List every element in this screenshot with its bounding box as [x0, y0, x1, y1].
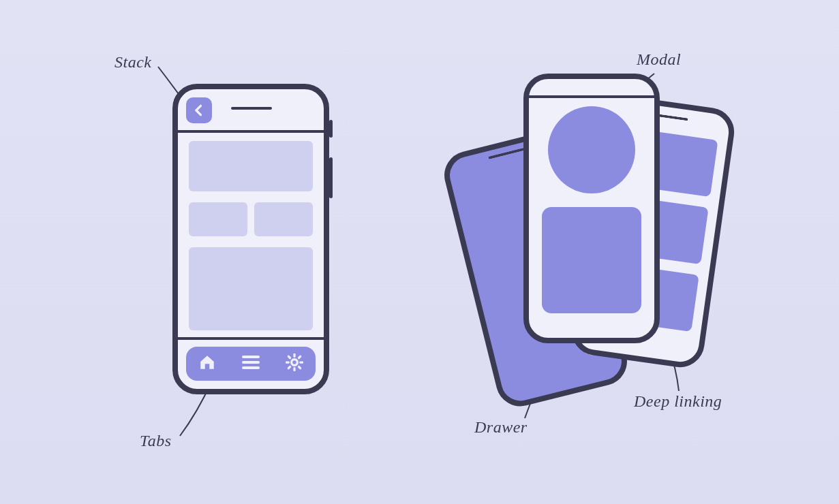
phone-modal: [523, 74, 660, 343]
tab-settings[interactable]: [286, 353, 303, 374]
tab-bar-area: [178, 337, 324, 389]
gear-icon: [286, 353, 303, 371]
modal-square-shape: [542, 207, 641, 313]
back-button[interactable]: [186, 97, 212, 123]
status-bar: [529, 79, 654, 98]
content-block: [189, 247, 313, 330]
menu-icon: [241, 355, 260, 370]
label-modal: Modal: [637, 50, 681, 69]
svg-rect-2: [242, 366, 260, 369]
svg-rect-0: [242, 356, 260, 358]
tab-home[interactable]: [198, 353, 216, 374]
phone-content: [178, 133, 324, 340]
content-block: [189, 141, 313, 191]
phone-stack-tabs: [172, 84, 329, 394]
home-icon: [198, 353, 216, 371]
svg-line-11: [299, 356, 300, 358]
label-drawer: Drawer: [474, 418, 528, 437]
label-stack: Stack: [115, 53, 151, 72]
phone-header: [178, 89, 324, 133]
content-block: [254, 202, 313, 236]
svg-line-8: [288, 356, 290, 358]
svg-rect-1: [242, 361, 260, 364]
svg-line-9: [299, 367, 300, 368]
content-block: [189, 202, 247, 236]
modal-circle-shape: [548, 106, 635, 193]
svg-line-10: [288, 367, 290, 368]
tab-bar: [186, 347, 316, 381]
navigation-patterns-diagram: Stack Tabs Modal Drawer Deep linking: [0, 0, 839, 504]
label-tabs: Tabs: [140, 432, 171, 450]
label-deep-linking: Deep linking: [634, 392, 722, 411]
speaker-slot: [231, 107, 272, 110]
svg-point-3: [291, 360, 297, 366]
chevron-left-icon: [192, 104, 206, 117]
tab-menu[interactable]: [241, 355, 260, 373]
